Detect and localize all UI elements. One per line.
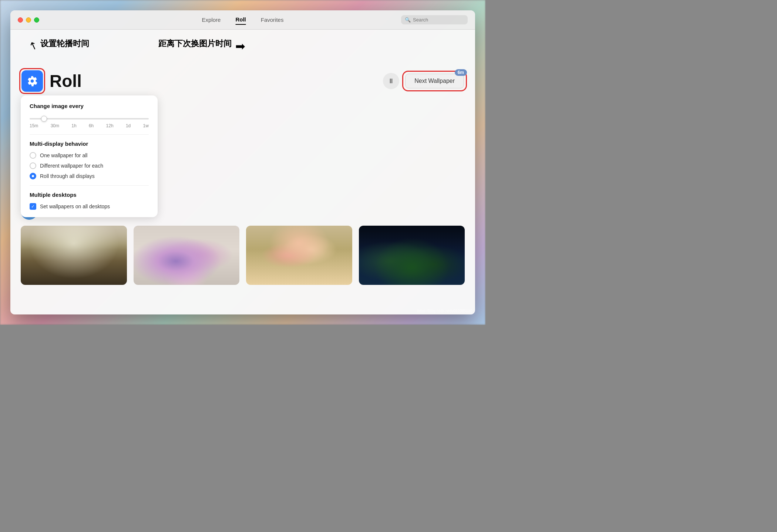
change-image-section-title: Change image every (30, 103, 149, 109)
pause-button[interactable]: ⏸ (383, 73, 399, 89)
label-12h: 12h (106, 123, 114, 128)
maximize-button[interactable] (34, 17, 39, 23)
checkbox-all-desktops-indicator: ✓ (30, 203, 36, 210)
checkbox-checkmark-icon: ✓ (31, 204, 35, 209)
tab-favorites[interactable]: Favorites (261, 15, 284, 24)
label-1w: 1w (143, 123, 149, 128)
traffic-lights (18, 17, 39, 23)
search-input[interactable] (413, 17, 464, 23)
radio-one-wallpaper[interactable]: One wallpaper for all (30, 152, 149, 159)
thumbnail-purple-flowers[interactable] (134, 226, 240, 285)
search-box[interactable]: 🔍 (401, 15, 468, 24)
checkbox-all-desktops[interactable]: ✓ Set wallpapers on all desktops (30, 203, 149, 210)
radio-roll-through-label: Roll through all displays (40, 173, 95, 179)
app-window: Explore Roll Favorites 🔍 ↙ 设置轮播时间 距离下次换图… (10, 10, 475, 314)
annotation-right-text: 距离下次换图片时间 (158, 38, 232, 49)
slider-labels: 15m 30m 1h 6h 12h 1d 1w (30, 123, 149, 128)
interval-slider-container: 15m 30m 1h 6h 12h 1d 1w (30, 114, 149, 128)
thumbnail-basket-flowers[interactable] (246, 226, 352, 285)
divider-1 (30, 134, 149, 135)
thumbnail-northern-lights[interactable] (359, 226, 465, 285)
tab-roll[interactable]: Roll (235, 15, 246, 25)
annotation-left: ↙ 设置轮播时间 (29, 36, 89, 52)
multi-display-radio-group: One wallpaper for all Different wallpape… (30, 152, 149, 179)
main-content: ↙ 设置轮播时间 距离下次换图片时间 ➡ Roll (10, 30, 475, 314)
settings-btn-container (21, 70, 43, 92)
radio-different-wallpaper-label: Different wallpaper for each (40, 163, 103, 169)
interval-slider[interactable] (30, 118, 149, 119)
minimize-button[interactable] (26, 17, 31, 23)
gear-icon (27, 75, 38, 87)
time-badge: 6m (455, 69, 467, 76)
label-1h: 1h (71, 123, 76, 128)
next-wallpaper-container: 6m Next Wallpaper (405, 74, 464, 88)
annotation-left-text: 设置轮播时间 (40, 38, 89, 49)
titlebar: Explore Roll Favorites 🔍 (10, 10, 475, 30)
radio-roll-through-indicator (30, 173, 36, 179)
arrow-right-icon: ➡ (235, 39, 245, 53)
label-30m: 30m (51, 123, 59, 128)
navigation-tabs: Explore Roll Favorites (202, 15, 284, 25)
radio-one-wallpaper-label: One wallpaper for all (40, 152, 87, 158)
multi-display-section-title: Multi-display behavior (30, 141, 149, 147)
roll-title: Roll (50, 71, 82, 91)
radio-roll-through[interactable]: Roll through all displays (30, 173, 149, 179)
roll-header: Roll ⏸ 6m Next Wallpaper (21, 70, 464, 92)
divider-2 (30, 185, 149, 186)
radio-different-wallpaper[interactable]: Different wallpaper for each (30, 162, 149, 169)
label-15m: 15m (30, 123, 38, 128)
thumbnail-forest[interactable] (21, 226, 127, 285)
next-wallpaper-button[interactable]: Next Wallpaper (405, 74, 464, 88)
radio-one-wallpaper-indicator (30, 152, 36, 159)
watermark: https://blog.csdn.net/u012385100 (417, 309, 472, 313)
roll-controls: ⏸ 6m Next Wallpaper (383, 73, 464, 89)
settings-dropdown-panel: Change image every 15m 30m 1h 6h 12h 1d … (21, 95, 158, 217)
close-button[interactable] (18, 17, 23, 23)
label-1d: 1d (126, 123, 131, 128)
settings-button[interactable] (21, 70, 43, 92)
search-icon: 🔍 (405, 17, 411, 23)
label-6h: 6h (89, 123, 94, 128)
radio-different-wallpaper-indicator (30, 162, 36, 169)
checkbox-all-desktops-label: Set wallpapers on all desktops (40, 203, 110, 209)
pause-icon: ⏸ (388, 77, 394, 85)
thumbnails-row (21, 226, 465, 285)
tab-explore[interactable]: Explore (202, 15, 221, 24)
annotation-right: 距离下次换图片时间 ➡ (158, 36, 245, 53)
multiple-desktops-title: Multiple desktops (30, 192, 149, 198)
arrow-left-icon: ↙ (27, 39, 39, 53)
